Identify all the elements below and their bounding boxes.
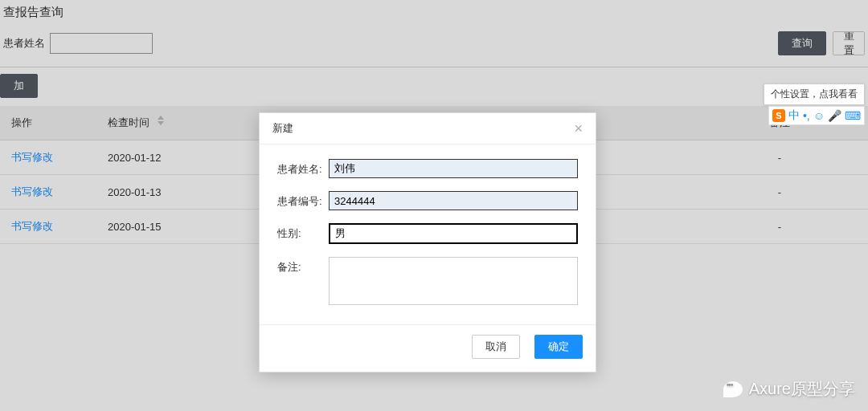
watermark: Axure原型分享 xyxy=(723,378,855,400)
note-label: 备注: xyxy=(277,257,329,275)
punct-icon[interactable]: •, xyxy=(803,109,810,122)
emoji-icon[interactable]: ☺ xyxy=(813,109,825,122)
new-record-modal: 新建 × 患者姓名: 患者编号: 性别: 备注: 取消 确定 xyxy=(259,112,596,372)
sogou-icon[interactable]: S xyxy=(772,109,785,122)
no-input[interactable] xyxy=(329,191,578,210)
no-label: 患者编号: xyxy=(277,191,329,209)
name-input[interactable] xyxy=(329,159,578,178)
ok-button[interactable]: 确定 xyxy=(534,335,583,359)
keyboard-icon[interactable]: ⌨ xyxy=(845,109,861,122)
wechat-icon xyxy=(723,381,743,397)
ime-lang[interactable]: 中 xyxy=(788,108,800,123)
modal-title: 新建 xyxy=(272,121,293,136)
ime-toolbar[interactable]: S 中 •, ☺ 🎤 ⌨ xyxy=(768,106,865,125)
ime-tooltip[interactable]: 个性设置，点我看看 xyxy=(764,83,865,105)
mic-icon[interactable]: 🎤 xyxy=(828,109,841,122)
gender-input[interactable] xyxy=(329,223,578,244)
cancel-button[interactable]: 取消 xyxy=(472,335,520,359)
name-label: 患者姓名: xyxy=(277,159,329,177)
close-icon[interactable]: × xyxy=(574,121,583,136)
gender-label: 性别: xyxy=(277,223,329,241)
note-textarea[interactable] xyxy=(329,257,578,305)
